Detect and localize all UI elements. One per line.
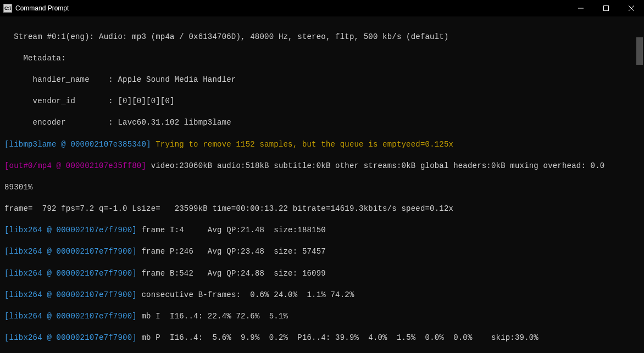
output-text: frame I:4 Avg QP:21.48 size:188150 xyxy=(141,226,325,234)
output-line: Stream #0:1(eng): Audio: mp3 (mp4a / 0x6… xyxy=(4,32,640,43)
output-text: mb I I16..4: 22.4% 72.6% 5.1% xyxy=(141,312,288,321)
tag-libmp3lame: [libmp3lame @ 000002107e385340] xyxy=(4,140,156,149)
tag-libx264: [libx264 @ 000002107e7f7900] xyxy=(4,247,141,256)
tag-libx264: [libx264 @ 000002107e7f7900] xyxy=(4,333,141,342)
output-line: [libx264 @ 000002107e7f7900] consecutive… xyxy=(4,290,640,301)
output-line: handler_name : Apple Sound Media Handler xyxy=(4,75,640,86)
output-text: video:23060kB audio:518kB subtitle:0kB o… xyxy=(151,161,605,170)
output-line: [libx264 @ 000002107e7f7900] mb P I16..4… xyxy=(4,333,640,344)
output-text: consecutive B-frames: 0.6% 24.0% 1.1% 74… xyxy=(141,290,354,299)
output-line: [out#0/mp4 @ 000002107e35ff80] video:230… xyxy=(4,161,640,172)
output-line: frame= 792 fps=7.2 q=-1.0 Lsize= 23599kB… xyxy=(4,204,640,215)
close-button[interactable] xyxy=(619,0,644,16)
svg-rect-1 xyxy=(604,6,609,11)
title-left: C:\ Command Prompt xyxy=(3,4,69,13)
output-line: [libx264 @ 000002107e7f7900] frame I:4 A… xyxy=(4,225,640,236)
tag-libx264: [libx264 @ 000002107e7f7900] xyxy=(4,269,141,278)
cmd-icon: C:\ xyxy=(3,4,12,13)
tag-outmp4: [out#0/mp4 @ 000002107e35ff80] xyxy=(4,161,151,170)
output-line: [libx264 @ 000002107e7f7900] frame P:246… xyxy=(4,246,640,257)
scrollbar[interactable] xyxy=(636,16,643,353)
minimize-button[interactable] xyxy=(568,0,593,16)
output-line: [libmp3lame @ 000002107e385340] Trying t… xyxy=(4,139,640,150)
output-text: frame B:542 Avg QP:24.88 size: 16099 xyxy=(141,269,325,278)
window-controls xyxy=(568,0,644,16)
output-text: mb P I16..4: 5.6% 9.9% 0.2% P16..4: 39.9… xyxy=(141,333,538,342)
output-line: vendor_id : [0][0][0][0] xyxy=(4,96,640,107)
output-line: [libx264 @ 000002107e7f7900] frame B:542… xyxy=(4,268,640,279)
output-text: frame P:246 Avg QP:23.48 size: 57457 xyxy=(141,247,325,256)
tag-libx264: [libx264 @ 000002107e7f7900] xyxy=(4,226,141,234)
terminal-output[interactable]: Stream #0:1(eng): Audio: mp3 (mp4a / 0x6… xyxy=(0,16,644,353)
window-title: Command Prompt xyxy=(15,4,69,12)
title-bar: C:\ Command Prompt xyxy=(0,0,644,16)
maximize-button[interactable] xyxy=(593,0,619,16)
output-line: [libx264 @ 000002107e7f7900] mb I I16..4… xyxy=(4,311,640,322)
scrollbar-thumb[interactable] xyxy=(636,37,643,65)
output-line: Metadata: xyxy=(4,53,640,64)
warning-text: Trying to remove 1152 samples, but the q… xyxy=(156,140,453,149)
output-line: 89301% xyxy=(4,182,640,193)
tag-libx264: [libx264 @ 000002107e7f7900] xyxy=(4,290,141,299)
output-line: encoder : Lavc60.31.102 libmp3lame xyxy=(4,117,640,128)
tag-libx264: [libx264 @ 000002107e7f7900] xyxy=(4,312,141,321)
